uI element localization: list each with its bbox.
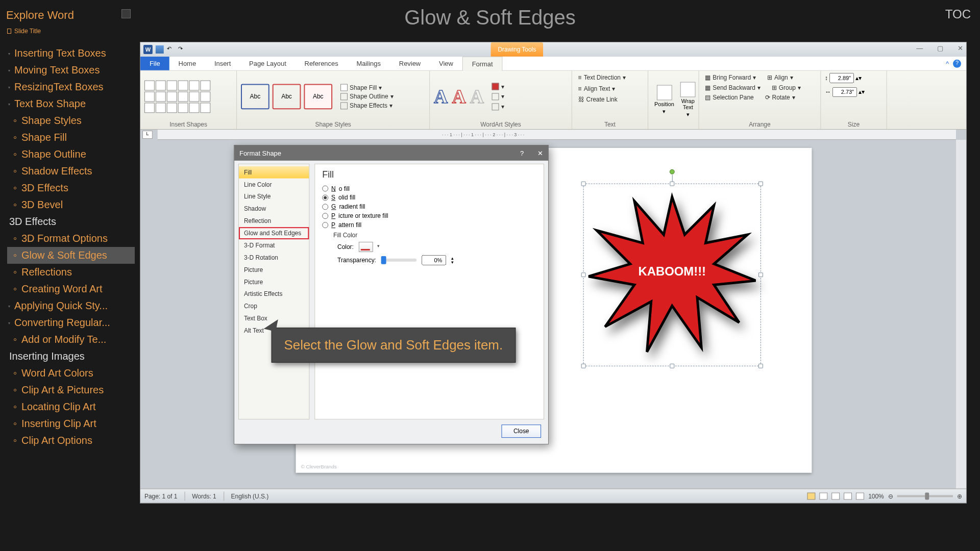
text-fill-button[interactable]: ▾	[490, 82, 506, 91]
fill-radio[interactable]: Solid fill	[322, 194, 536, 202]
dialog-close-icon[interactable]: ✕	[537, 149, 543, 157]
create-link-button[interactable]: ⛓ Create Link	[576, 95, 620, 104]
shape-fill-button[interactable]: Shape Fill ▾	[338, 83, 396, 92]
group-button[interactable]: ⊞ Group ▾	[770, 83, 803, 92]
nav-item[interactable]: Inserting Text Boxes	[7, 45, 135, 62]
ruler-toggle[interactable]: L	[142, 131, 153, 139]
expand-icon[interactable]	[121, 9, 131, 18]
dialog-titlebar[interactable]: Format Shape ? ✕	[234, 145, 548, 161]
transparency-slider[interactable]	[381, 259, 417, 262]
nav-item[interactable]: Clip Art Options	[7, 432, 135, 449]
dialog-category[interactable]: 3-D Format	[239, 239, 309, 252]
color-picker-button[interactable]	[359, 242, 373, 252]
send-backward-button[interactable]: ▦ Send Backward ▾	[703, 83, 762, 92]
nav-item[interactable]: Word Art Colors	[7, 365, 135, 382]
position-button[interactable]: Position▾	[652, 84, 676, 116]
save-icon[interactable]	[156, 45, 164, 54]
nav-item[interactable]: Shadow Effects	[7, 163, 135, 180]
word-count[interactable]: Words: 1	[192, 492, 216, 499]
wordart-gallery[interactable]: A A A	[434, 85, 484, 108]
nav-item[interactable]: Inserting Clip Art	[7, 415, 135, 432]
page-indicator[interactable]: Page: 1 of 1	[144, 492, 177, 499]
text-direction-button[interactable]: ≡ Text Direction ▾	[576, 73, 628, 82]
wordart-preset[interactable]: A	[470, 85, 484, 108]
nav-item[interactable]: Shape Outline	[7, 146, 135, 163]
nav-item[interactable]: 3D Effects	[7, 213, 135, 230]
outline-view-icon[interactable]	[844, 492, 852, 499]
dialog-category[interactable]: Picture	[239, 276, 309, 288]
ribbon-tab-page-layout[interactable]: Page Layout	[240, 57, 295, 70]
zoom-out-icon[interactable]: ⊖	[888, 492, 893, 499]
nav-item[interactable]: Locating Clip Art	[7, 398, 135, 415]
dialog-category[interactable]: Line Style	[239, 191, 309, 203]
text-outline-button[interactable]: ▾	[490, 92, 506, 101]
nav-item[interactable]: Text Box Shape	[7, 95, 135, 112]
ribbon-tab-home[interactable]: Home	[169, 57, 205, 70]
selected-shape[interactable]: KABOOM!!!	[583, 184, 761, 366]
nav-item[interactable]: Reflections	[7, 264, 135, 281]
align-button[interactable]: ⊞ Align ▾	[765, 73, 795, 82]
nav-item[interactable]: Converting Regular...	[7, 314, 135, 331]
zoom-in-icon[interactable]: ⊕	[957, 492, 962, 499]
dialog-category[interactable]: Reflection	[239, 215, 309, 227]
transparency-field[interactable]: Transparency: ▴▾	[337, 255, 536, 265]
shape-style-gallery[interactable]: Abc Abc Abc	[241, 84, 332, 109]
ribbon-tab-review[interactable]: Review	[390, 57, 430, 70]
style-preset[interactable]: Abc	[304, 84, 332, 109]
shape-outline-button[interactable]: Shape Outline ▾	[338, 92, 396, 101]
selection-pane-button[interactable]: ▤ Selection Pane	[703, 93, 755, 102]
nav-item[interactable]: 3D Bevel	[7, 196, 135, 213]
fill-radio[interactable]: No fill	[322, 185, 536, 192]
minimize-icon[interactable]: —	[916, 44, 923, 52]
fill-radio[interactable]: Pattern fill	[322, 221, 536, 229]
dialog-category[interactable]: Fill	[239, 166, 309, 179]
nav-item[interactable]: Shape Fill	[7, 129, 135, 146]
qat-icon[interactable]	[200, 45, 208, 54]
nav-item[interactable]: Inserting Images	[7, 348, 135, 365]
dialog-category[interactable]: Shadow	[239, 203, 309, 215]
fill-radio[interactable]: Picture or texture fill	[322, 212, 536, 219]
nav-item[interactable]: Creating Word Art	[7, 281, 135, 297]
bring-forward-button[interactable]: ▦ Bring Forward ▾	[703, 73, 758, 82]
nav-item[interactable]: Shape Styles	[7, 112, 135, 129]
rotate-button[interactable]: ⟳ Rotate ▾	[763, 93, 797, 102]
vertical-scrollbar[interactable]	[956, 140, 966, 489]
wordart-preset[interactable]: A	[452, 85, 465, 108]
dialog-close-button[interactable]: Close	[501, 424, 541, 438]
ribbon-collapse-icon[interactable]: ^	[946, 60, 949, 67]
slide-title-toggle[interactable]: Slide Title	[7, 28, 41, 35]
height-input[interactable]: ↕▴▾	[825, 73, 862, 83]
ribbon-tab-references[interactable]: References	[296, 57, 348, 70]
shape-gallery[interactable]	[144, 80, 210, 113]
text-effects-button[interactable]: ▾	[490, 102, 506, 111]
fullscreen-view-icon[interactable]	[820, 492, 828, 499]
nav-item[interactable]: 3D Format Options	[7, 230, 135, 247]
qat-icon[interactable]	[189, 45, 198, 54]
nav-item[interactable]: Clip Art & Pictures	[7, 382, 135, 398]
print-layout-view-icon[interactable]	[807, 492, 816, 499]
nav-item[interactable]: 3D Effects	[7, 180, 135, 196]
horizontal-ruler[interactable]: · · · 1 · · · | · · · 1 · · · | · · · 2 …	[158, 130, 956, 140]
draft-view-icon[interactable]	[856, 492, 864, 499]
align-text-button[interactable]: ≡ Align Text ▾	[576, 84, 617, 93]
zoom-level[interactable]: 100%	[868, 492, 884, 499]
ribbon-tab-view[interactable]: View	[430, 57, 462, 70]
nav-item[interactable]: Add or Modify Te...	[7, 331, 135, 348]
dialog-category[interactable]: Artistic Effects	[239, 288, 309, 300]
help-icon[interactable]: ?	[953, 59, 961, 67]
rotate-handle[interactable]	[670, 169, 675, 174]
transparency-input[interactable]	[422, 255, 446, 265]
ribbon-tab-insert[interactable]: Insert	[205, 57, 240, 70]
dialog-category[interactable]: Line Color	[239, 179, 309, 191]
nav-item[interactable]: Moving Text Boxes	[7, 62, 135, 79]
undo-icon[interactable]: ↶	[167, 45, 175, 54]
dialog-category[interactable]: 3-D Rotation	[239, 252, 309, 264]
style-preset[interactable]: Abc	[273, 84, 301, 109]
web-view-icon[interactable]	[831, 492, 840, 499]
wrap-text-button[interactable]: Wrap Text▾	[678, 81, 698, 119]
ribbon-tab-file[interactable]: File	[140, 57, 169, 70]
style-preset[interactable]: Abc	[241, 84, 270, 109]
ribbon-tab-format[interactable]: Format	[462, 57, 503, 71]
shape-effects-button[interactable]: Shape Effects ▾	[338, 101, 396, 110]
color-field[interactable]: Color:	[337, 242, 536, 252]
